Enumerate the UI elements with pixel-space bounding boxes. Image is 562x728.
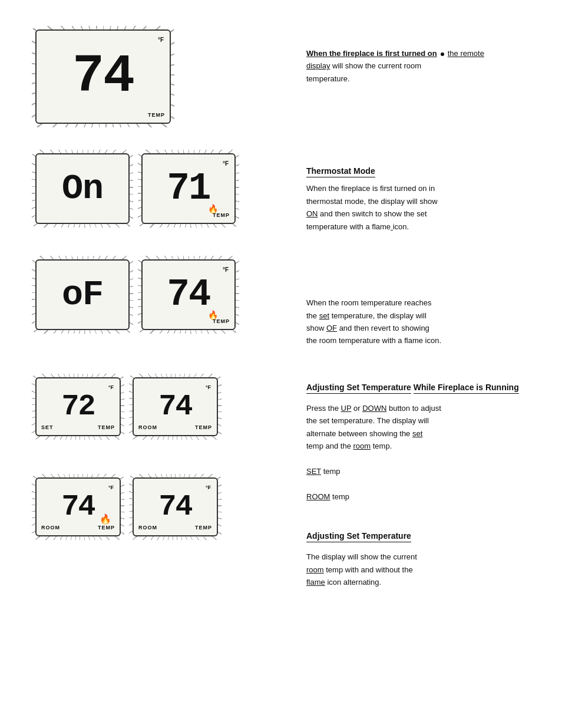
display-71-number: 71 <box>167 170 210 207</box>
display-74-r2-label: ROOM TEMP <box>134 525 217 531</box>
display-71-unit: °F <box>223 160 229 167</box>
text-section-4: Adjusting Set Temperature While Fireplac… <box>306 381 544 503</box>
text-title-4a: Adjusting Set Temperature <box>306 383 411 394</box>
text-section-3: When the room temperature reaches the se… <box>306 297 544 347</box>
display-74-flame2-unit: °F <box>223 266 229 273</box>
text-title-5: Adjusting Set Temperature <box>306 531 411 542</box>
display-74-rf-unit: °F <box>108 485 114 490</box>
text-body-2: When the fireplace is first turned on in… <box>306 182 544 233</box>
display-74-room-unit: °F <box>206 384 211 390</box>
section3-row: oF 74 °F 🔥 TEMP <box>35 259 236 330</box>
display-74-flame2: 74 °F 🔥 TEMP <box>141 259 236 330</box>
page-container: 74 °F TEMP On 71 °F 🔥 TEMP oF <box>0 0 562 728</box>
section1-row: 74 °F TEMP <box>35 29 171 124</box>
right-column: When the fireplace is first turned onthe… <box>289 18 544 710</box>
display-of: oF <box>35 259 130 330</box>
display-74-r2-unit: °F <box>206 485 211 490</box>
text-section-5: Adjusting Set Temperature The display wi… <box>306 531 544 588</box>
dot-separator <box>441 52 444 56</box>
display-74-large: 74 °F TEMP <box>35 29 171 124</box>
display-74-label: TEMP <box>148 112 165 118</box>
display-74-number: 74 <box>72 50 134 103</box>
display-74-rf-number: 74 <box>61 492 94 522</box>
display-74-unit: °F <box>158 37 164 43</box>
display-on-number: On <box>62 171 103 206</box>
display-74-r2-number: 74 <box>158 492 191 522</box>
display-72-set: 72 °F SET TEMP <box>35 377 121 436</box>
display-72-unit: °F <box>108 384 114 390</box>
flame-icon-74-rf: 🔥 <box>100 513 111 525</box>
text-section-1: When the fireplace is first turned onthe… <box>306 47 544 85</box>
section5-row: 74 °F 🔥 ROOM TEMP 74 °F ROOM TEMP <box>35 477 218 536</box>
display-72-label: SET TEMP <box>37 424 120 430</box>
text-title-4b: While Fireplace is Running <box>414 383 519 394</box>
display-74-flame2-label: TEMP <box>213 318 230 324</box>
text-body-1: When the fireplace is first turned onthe… <box>306 47 544 85</box>
display-71-flame: 71 °F 🔥 TEMP <box>141 153 236 224</box>
display-72-number: 72 <box>61 392 94 421</box>
display-74-room: 74 °F ROOM TEMP <box>133 377 218 436</box>
text-title-2: Thermostat Mode <box>306 166 375 177</box>
left-column: 74 °F TEMP On 71 °F 🔥 TEMP oF <box>35 18 289 710</box>
display-74-room-label: ROOM TEMP <box>134 424 217 430</box>
section2-row: On 71 °F 🔥 TEMP <box>35 153 236 224</box>
display-74-room2: 74 °F ROOM TEMP <box>133 477 218 536</box>
text-body-3: When the room temperature reaches the se… <box>306 297 544 347</box>
section4-row: 72 °F SET TEMP 74 °F ROOM TEMP <box>35 377 218 436</box>
display-74-room-flame: 74 °F 🔥 ROOM TEMP <box>35 477 121 536</box>
text-body-4: Press the UP or DOWN button to adjust th… <box>306 402 544 503</box>
display-on: On <box>35 153 130 224</box>
display-74-room-number: 74 <box>158 392 191 421</box>
display-of-number: oF <box>62 277 103 312</box>
display-74-flame2-number: 74 <box>167 276 210 314</box>
display-74-rf-label: ROOM TEMP <box>37 525 120 531</box>
text-section-2: Thermostat Mode When the fireplace is fi… <box>306 166 544 233</box>
display-71-label: TEMP <box>213 212 230 218</box>
text-body-5: The display will show the current room t… <box>306 551 544 588</box>
